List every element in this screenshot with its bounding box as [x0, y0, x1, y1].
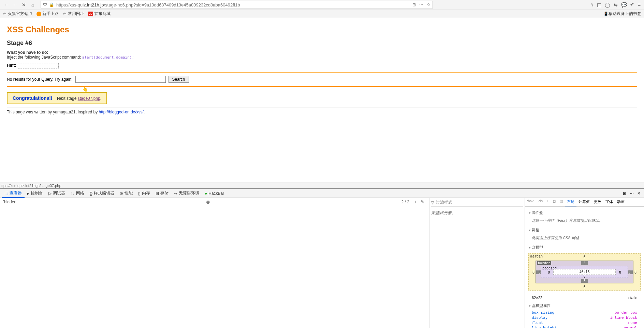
code-snippet: alert(document.domain);	[82, 55, 134, 60]
bookmark-icon[interactable]: ☆	[427, 2, 430, 7]
page-content: XSS Challenges Stage #6 What you have to…	[0, 18, 644, 118]
divider	[7, 72, 637, 73]
undo-icon[interactable]: ↶	[630, 2, 634, 7]
stage-title: Stage #6	[7, 40, 637, 47]
bookmark-item[interactable]: 🗀火狐官方站点	[3, 11, 32, 17]
menu-icon[interactable]: ≡	[638, 2, 641, 7]
hint-box	[18, 63, 59, 68]
mobile-bookmarks[interactable]: 📱移动设备上的书签	[603, 11, 641, 17]
lock-icon: 🔒	[49, 2, 54, 7]
shield-icon: 🛡	[43, 2, 47, 7]
next-stage-link[interactable]: stage07.php	[78, 96, 100, 101]
bookmark-item[interactable]: 新手上路	[36, 11, 59, 17]
url-text: https://xss-quiz.int21h.jp/stage-no6.php…	[56, 2, 412, 7]
next-stage-text: Next stage stage07.php.	[57, 96, 101, 101]
library-icon[interactable]: ⑊	[591, 2, 594, 7]
bookmark-item[interactable]: JD京东商城	[88, 11, 111, 17]
task-description: What you have to do: Inject the followin…	[7, 50, 637, 60]
footer: This page was written by yamagata21, ins…	[7, 110, 637, 114]
sidebar-icon[interactable]: ◫	[597, 2, 601, 7]
back-button[interactable]: ←	[2, 1, 10, 9]
forward-button[interactable]: →	[11, 1, 19, 9]
congrats-box: Congratulations!! Next stage stage07.php…	[7, 92, 107, 104]
stop-button[interactable]: ✕	[20, 1, 28, 9]
congrats-title: Congratulations!!	[13, 95, 53, 101]
address-bar[interactable]: 🛡 🔒 https://xss-quiz.int21h.jp/stage-no6…	[41, 1, 433, 9]
no-results-text: No results for your Query. Try again:	[7, 77, 73, 82]
search-button[interactable]: Search	[169, 76, 189, 83]
page-title: XSS Challenges	[7, 25, 637, 34]
account-icon[interactable]: ◯	[605, 2, 610, 7]
qr-icon[interactable]: ⊞	[412, 2, 416, 7]
divider	[7, 108, 637, 108]
mobile-icon: 📱	[603, 12, 609, 16]
sync-icon[interactable]: ⇆	[614, 2, 618, 7]
bookmark-item[interactable]: 🗀常用网址	[63, 11, 84, 17]
hint-line: Hint:	[7, 63, 637, 68]
divider	[7, 86, 637, 87]
more-icon[interactable]: ⋯	[419, 2, 423, 7]
folder-icon: 🗀	[3, 12, 7, 16]
jd-icon: JD	[88, 12, 93, 16]
home-button[interactable]: ⌂	[29, 1, 36, 9]
chat-icon[interactable]: 💬	[621, 2, 627, 7]
search-input[interactable]	[75, 76, 166, 83]
footer-link[interactable]: http://blogged-on.de/xss/	[99, 110, 143, 114]
folder-icon: 🗀	[63, 12, 67, 16]
firefox-icon	[36, 12, 41, 16]
